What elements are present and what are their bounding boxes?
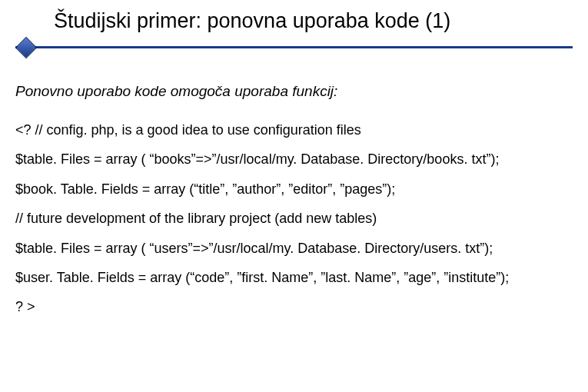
code-line: $user. Table. Fields = array (“code”, ”f… (15, 269, 565, 287)
slide: Študijski primer: ponovna uporaba kode (… (0, 0, 588, 392)
code-line: $book. Table. Fields = array (“title”, ”… (15, 181, 565, 198)
code-line: <? // config. php, is a good idea to use… (15, 121, 565, 139)
intro-text: Ponovno uporabo kode omogoča uporaba fun… (15, 83, 565, 100)
diamond-icon (15, 37, 37, 58)
code-line: $table. Files = array ( “users”=>”/usr/l… (15, 240, 565, 257)
code-line: ? > (15, 298, 565, 316)
slide-title: Študijski primer: ponovna uporaba kode (… (54, 9, 557, 33)
title-rule (15, 46, 573, 48)
code-line: // future development of the library pro… (15, 210, 565, 228)
slide-body: Ponovno uporabo kode omogoča uporaba fun… (15, 83, 565, 328)
title-area: Študijski primer: ponovna uporaba kode (… (54, 9, 557, 33)
code-line: $table. Files = array ( “books”=>”/usr/l… (15, 151, 565, 168)
